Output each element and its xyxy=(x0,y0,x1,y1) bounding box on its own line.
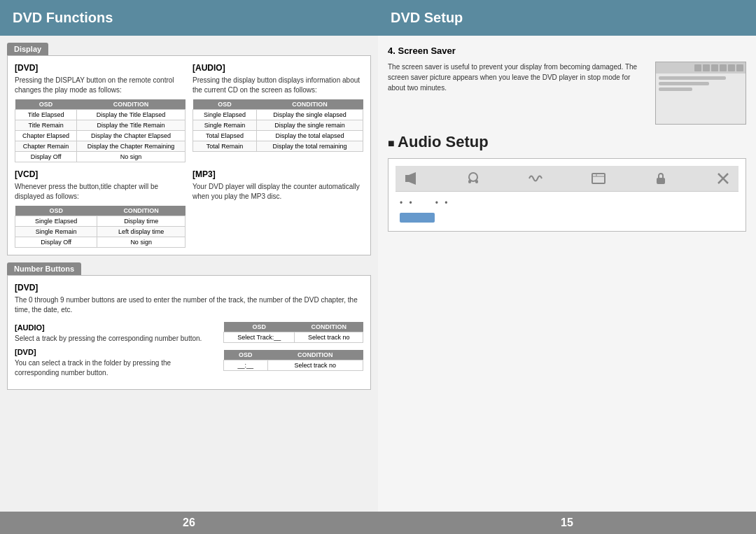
dvd-bracket-title: [DVD] xyxy=(15,63,186,73)
audio-desc: Pressing the display button displays inf… xyxy=(192,76,363,95)
svg-rect-3 xyxy=(468,180,471,183)
num-dvd2-desc: You can select a track in the folder by … xyxy=(15,358,216,378)
table-row: __:__Select track no xyxy=(224,360,363,371)
vcd-col: [VCD] Whenever press the button,title ch… xyxy=(15,169,186,248)
left-content: Display [DVD] Pressing the DISPLAY butto… xyxy=(0,36,378,512)
number-left: [AUDIO] Select a track by pressing the c… xyxy=(15,319,216,382)
ss-icon-6 xyxy=(736,64,743,71)
table-row: Display OffNo sign xyxy=(15,152,186,162)
audio-dots-right: • • xyxy=(435,198,450,208)
ss-icon-1 xyxy=(694,64,701,71)
dvd-col: [DVD] Pressing the DISPLAY button on the… xyxy=(15,63,186,162)
audio-icons-row xyxy=(396,166,738,192)
screen-saver-desc: The screen saver is useful to prevent yo… xyxy=(388,62,647,125)
num-audio-desc: Select a track by pressing the correspon… xyxy=(15,334,216,344)
audio-icon-close xyxy=(713,169,733,188)
svg-marker-1 xyxy=(409,172,416,185)
dvd-osd-header: OSD xyxy=(15,99,77,110)
left-panel: DVD Functions Display [DVD] Pressing the… xyxy=(0,0,378,512)
audio-icon-headphone xyxy=(463,169,483,188)
table-row: Chapter RemainDisplay the Chapter Remain… xyxy=(15,141,186,152)
display-tab: Display xyxy=(7,43,48,55)
audio-icon-wave xyxy=(526,169,545,188)
ss-line-3 xyxy=(659,87,692,91)
table-row: Title RemainDisplay the Title Remain xyxy=(15,120,186,131)
audio-icon-lock xyxy=(651,169,671,188)
audio-setup-box: • • • • xyxy=(388,158,746,232)
audio-setup-title: Audio Setup xyxy=(388,133,746,151)
svg-rect-4 xyxy=(475,180,478,183)
audio-osd-table: OSD CONDITION Select Track:__Select trac… xyxy=(223,322,363,343)
audio-icon-note xyxy=(401,169,421,188)
audio-col: [AUDIO] Pressing the display button disp… xyxy=(192,63,363,162)
mp3-col: [MP3] Your DVD player will display the c… xyxy=(192,169,363,248)
ss-icon-5 xyxy=(728,64,735,71)
audio-condition-header: CONDITION xyxy=(257,99,363,110)
num-dvd-title: [DVD] xyxy=(15,283,363,293)
svg-rect-8 xyxy=(657,178,665,184)
dvd-setup-header: DVD Setup xyxy=(378,0,756,36)
footer-right-number: 15 xyxy=(378,512,756,534)
table-row: Display OffNo sign xyxy=(15,237,186,248)
screen-saver-image xyxy=(655,62,746,125)
ss-icon-4 xyxy=(720,64,727,71)
screen-saver-section: 4. Screen Saver The screen saver is usef… xyxy=(388,45,746,125)
ss-toolbar xyxy=(656,62,746,73)
dvd2-osd-table: OSD CONDITION __:__Select track no xyxy=(223,350,363,371)
table-row: Single ElapsedDisplay the single elapsed xyxy=(193,110,363,120)
dvd-table: OSD CONDITION Title ElapsedDisplay the T… xyxy=(15,99,186,162)
dvd-functions-header: DVD Functions xyxy=(0,0,378,36)
right-content: 4. Screen Saver The screen saver is usef… xyxy=(378,36,756,512)
table-row: Select Track:__Select track no xyxy=(224,332,363,343)
svg-rect-0 xyxy=(405,175,409,182)
table-row: Total RemainDisplay the total remaining xyxy=(193,141,363,152)
right-panel: DVD Setup 4. Screen Saver The screen sav… xyxy=(378,0,756,512)
ss-icon-3 xyxy=(711,64,718,71)
ss-line-2 xyxy=(659,82,709,85)
vcd-desc: Whenever press the button,title chapter … xyxy=(15,182,186,202)
audio-table: OSD CONDITION Single ElapsedDisplay the … xyxy=(192,99,363,152)
vcd-osd-header: OSD xyxy=(15,206,97,216)
vcd-bracket-title: [VCD] xyxy=(15,169,186,179)
display-box: [DVD] Pressing the DISPLAY button on the… xyxy=(7,55,371,255)
vcd-mp3-row: [VCD] Whenever press the button,title ch… xyxy=(15,169,363,248)
vcd-condition-header: CONDITION xyxy=(97,206,186,216)
num-dvd2-title: [DVD] xyxy=(15,348,216,356)
main-container: DVD Functions Display [DVD] Pressing the… xyxy=(0,0,756,512)
audio-selected-item-row xyxy=(396,210,738,224)
table-row: Single RemainLeft display time xyxy=(15,227,186,237)
num-audio-title: [AUDIO] xyxy=(15,323,216,332)
ss-icon-2 xyxy=(703,64,710,71)
table-row: Single RemainDisplay the single remain xyxy=(193,120,363,131)
num-dvd-desc: The 0 through 9 number buttons are used … xyxy=(15,295,363,315)
ao-condition-header: CONDITION xyxy=(295,322,363,332)
dvd-desc: Pressing the DISPLAY button on the remot… xyxy=(15,76,186,95)
d2-osd-header: OSD xyxy=(224,350,268,360)
footer-left-number: 26 xyxy=(0,512,378,534)
audio-dots-left: • • xyxy=(400,198,414,208)
table-row: Single ElapsedDisplay time xyxy=(15,216,186,227)
ao-osd-header: OSD xyxy=(224,322,295,332)
table-row: Total ElapsedDisplay the total elapsed xyxy=(193,131,363,141)
mp3-bracket-title: [MP3] xyxy=(192,169,363,179)
screen-saver-title: 4. Screen Saver xyxy=(388,45,746,56)
screen-saver-content: The screen saver is useful to prevent yo… xyxy=(388,62,746,125)
footer-bar: 26 15 xyxy=(0,512,756,534)
audio-bracket-title: [AUDIO] xyxy=(192,63,363,73)
table-row: Chapter ElapsedDisplay the Chapter Elaps… xyxy=(15,131,186,141)
number-buttons-tab: Number Buttons xyxy=(7,262,81,275)
audio-selected-row: • • • • xyxy=(396,196,738,210)
audio-osd-header: OSD xyxy=(193,99,257,110)
mp3-desc: Your DVD player will display the counter… xyxy=(192,182,363,202)
number-section-box: [DVD] The 0 through 9 number buttons are… xyxy=(7,275,371,390)
display-section: Display [DVD] Pressing the DISPLAY butto… xyxy=(7,43,371,255)
dvd-condition-header: CONDITION xyxy=(77,99,186,110)
ss-line-1 xyxy=(659,76,726,80)
number-buttons-section: Number Buttons [DVD] The 0 through 9 num… xyxy=(7,262,371,390)
vcd-table: OSD CONDITION Single ElapsedDisplay time… xyxy=(15,206,186,248)
svg-rect-5 xyxy=(592,174,605,183)
audio-icon-disc xyxy=(589,169,608,188)
audio-selected-item xyxy=(400,213,435,223)
d2-condition-header: CONDITION xyxy=(267,350,363,360)
display-two-col: [DVD] Pressing the DISPLAY button on the… xyxy=(15,63,363,162)
